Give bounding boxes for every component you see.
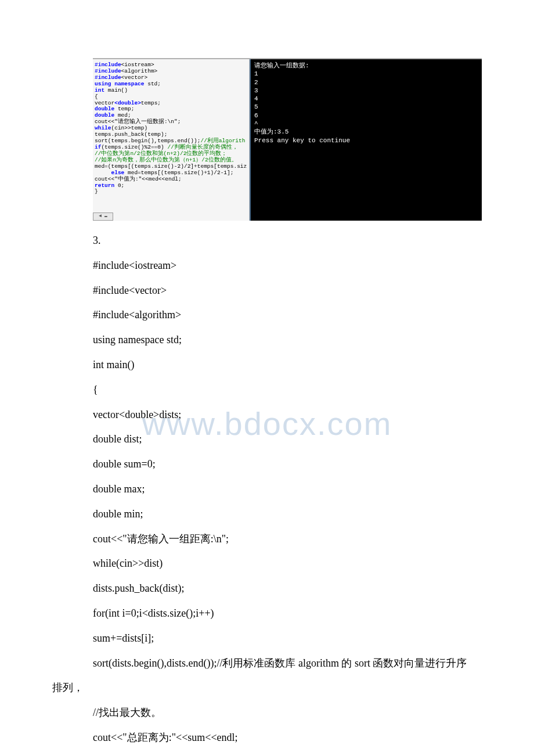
code-token: 0; <box>118 182 124 189</box>
code-token: while <box>95 125 111 131</box>
console-line: 中值为:3.5 <box>254 128 478 136</box>
body-paragraph: double dist; <box>93 431 482 448</box>
code-token: #include <box>95 68 121 74</box>
code-token: med; <box>118 112 131 118</box>
code-token: { <box>95 93 98 100</box>
code-token: "请您输入一组数据:\n" <box>114 118 178 125</box>
code-token: std; <box>147 81 161 87</box>
code-token: #include <box>95 74 121 81</box>
code-token: med=(temps[(temps.size()-2)/2]+temps[tem… <box>95 163 247 170</box>
body-paragraph: cout<<"总距离为:"<<sum<<endl; <box>93 729 482 746</box>
code-comment: //如果n为奇数，那么中位数为第（n+1）/2位数的值。 <box>95 157 237 163</box>
body-paragraph: dists.push_back(dist); <box>93 580 482 597</box>
code-token: using namespace <box>95 81 147 87</box>
code-token: <algorithm> <box>121 68 158 74</box>
code-token: } <box>95 188 98 195</box>
code-comment: //中位数为第n/2位数和第(n+2)/2位数的平均数； <box>95 150 227 157</box>
body-paragraph: int main() <box>93 357 482 373</box>
console-output-pane: 请您输入一组数据: 1 2 3 4 5 6 ^ 中值为:3.5 Press an… <box>250 59 482 221</box>
body-paragraph: #include<vector> <box>93 282 482 299</box>
body-paragraph: sum+=dists[i]; <box>93 630 482 647</box>
code-token: cout<< <box>95 118 114 125</box>
body-paragraph: //找出最大数。 <box>93 704 482 721</box>
code-token: (cin>>temp) <box>111 125 148 131</box>
body-paragraph: double min; <box>93 506 482 523</box>
code-token: <<med<<endl; <box>142 176 181 182</box>
code-token: int <box>95 87 108 93</box>
console-line: 6 <box>254 111 478 120</box>
code-token: double <box>95 112 118 118</box>
code-token: <iostream> <box>121 62 154 68</box>
console-line: 请您输入一组数据: <box>254 62 478 70</box>
code-token: <double> <box>114 100 141 106</box>
code-token: temp; <box>118 106 135 112</box>
code-token: med=temps[(temps.size()+1)/2-1]; <box>128 170 233 176</box>
code-token: temps; <box>141 100 161 106</box>
body-paragraph: using namespace std; <box>93 332 482 348</box>
document-body: 3. #include<iostream> #include<vector> #… <box>0 232 534 756</box>
code-token: main() <box>108 87 128 93</box>
code-comment: //判断向量长度的奇偶性， <box>164 144 238 150</box>
body-paragraph: #include<algorithm> <box>93 307 482 323</box>
body-paragraph-hang: 排列， <box>52 679 482 696</box>
body-paragraph: for(int i=0;i<dists.size();i++) <box>93 605 482 622</box>
body-paragraph: sort(dists.begin(),dists.end());//利用标准函数… <box>93 655 482 672</box>
console-line: 4 <box>254 95 478 103</box>
code-token: return <box>95 182 118 189</box>
body-paragraph: while(cin>>dist) <box>93 555 482 572</box>
body-paragraph: { <box>93 381 482 398</box>
code-token: <vector> <box>121 74 148 81</box>
code-token: else <box>95 170 128 176</box>
horizontal-scrollbar[interactable]: ◄ ▬ <box>93 213 113 221</box>
console-line: ^ <box>254 120 478 128</box>
ide-screenshot: #include<iostream> #include<algorithm> #… <box>93 58 482 221</box>
code-token: (temps.size()%2==0) <box>101 144 164 150</box>
code-token: #include <box>95 62 121 68</box>
code-token: ; <box>178 118 181 125</box>
console-line: 5 <box>254 103 478 111</box>
code-token: sort(temps.begin(),temps.end()); <box>95 138 200 144</box>
body-paragraph: double sum=0; <box>93 456 482 473</box>
code-token: temps.push_back(temp); <box>95 131 167 138</box>
code-comment: //利用algorith <box>200 138 245 144</box>
body-paragraph: double max; <box>93 481 482 498</box>
code-token: vector <box>95 100 114 106</box>
code-token: "中值为:" <box>114 176 142 182</box>
code-token: if <box>95 144 101 150</box>
code-token: cout<< <box>95 176 114 182</box>
code-editor-pane: #include<iostream> #include<algorithm> #… <box>93 59 250 221</box>
code-token: double <box>95 106 118 112</box>
console-line: 2 <box>254 78 478 87</box>
body-paragraph: vector<double>dists; <box>93 406 482 423</box>
console-line: 3 <box>254 87 478 95</box>
console-line: 1 <box>254 70 478 78</box>
body-paragraph: #include<iostream> <box>93 257 482 274</box>
console-line: Press any key to continue <box>254 136 478 145</box>
body-paragraph: cout<<"请您输入一组距离:\n"; <box>93 531 482 548</box>
body-paragraph: 3. <box>93 232 482 249</box>
